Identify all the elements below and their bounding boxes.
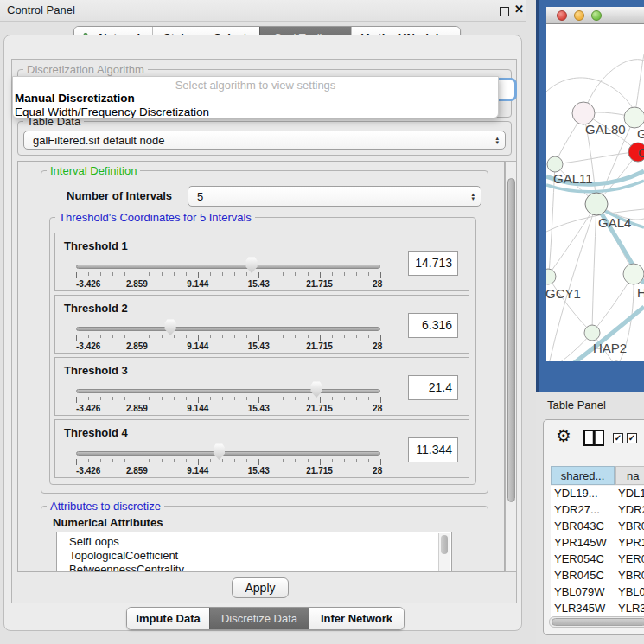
table-horizontal-scrollbar[interactable]	[549, 616, 644, 628]
table-panel-title: Table Panel	[547, 399, 606, 411]
table-row[interactable]: YBR045CYBR0	[551, 568, 644, 584]
minimize-traffic-light-icon[interactable]	[574, 10, 584, 21]
table-row[interactable]: YDL19...YDL1	[551, 486, 644, 502]
slider-major-ticks	[76, 272, 381, 278]
panel-title: Control Panel	[7, 3, 75, 16]
threshold-3-value-field[interactable]: 21.4	[408, 375, 458, 400]
control-panel-titlebar	[0, 0, 526, 22]
list-scrollbar[interactable]	[438, 533, 450, 572]
threshold-4-slider-thumb[interactable]	[212, 443, 226, 460]
tab-impute-data[interactable]: Impute Data	[127, 608, 209, 629]
tick-label: 9.144	[187, 404, 208, 413]
threshold-1-slider[interactable]	[76, 265, 380, 269]
tick-label: 15.43	[248, 279, 270, 289]
threshold-1-value-field[interactable]: 14.713	[408, 251, 458, 276]
float-window-icon[interactable]	[500, 7, 509, 16]
combo-stepper-icon: ▴▾	[495, 136, 505, 144]
dropdown-prompt: Select algorithm to view settings	[13, 79, 498, 92]
list-item-topologicalcoefficient[interactable]: TopologicalCoefficient	[69, 549, 178, 562]
threshold-4-slider[interactable]	[76, 451, 380, 456]
node-right-mid[interactable]	[623, 264, 644, 284]
threshold-2-slider[interactable]	[76, 327, 380, 331]
table-data-group: Table Data galFiltered.sif default node …	[17, 121, 512, 156]
node-topright[interactable]	[624, 107, 644, 128]
gear-icon[interactable]: ⚙	[556, 427, 571, 444]
check-glyph: ✓	[615, 433, 622, 443]
list-item-selfloops[interactable]: SelfLoops	[69, 535, 119, 548]
table-row[interactable]: YPR145WYPR1	[551, 535, 644, 552]
network-window-titlebar[interactable]	[546, 7, 644, 24]
split-columns-icon[interactable]	[583, 430, 604, 446]
slider-major-ticks	[76, 459, 381, 465]
node-gal4[interactable]	[585, 193, 608, 215]
list-item-betweennesscentrality[interactable]: BetweennessCentrality	[69, 563, 184, 572]
tick-label: 15.43	[248, 466, 270, 475]
tab-infer-network-label: Infer Network	[321, 612, 392, 625]
table-row[interactable]: YBL079WYBL0	[551, 584, 644, 601]
apply-button[interactable]: Apply	[232, 577, 289, 598]
settings-scroll-viewport: Interval Definition Number of Intervals …	[17, 161, 505, 572]
list-scrollbar-thumb[interactable]	[441, 535, 448, 554]
close-icon[interactable]: ✕	[514, 3, 524, 16]
app-root: Control Panel ✕ Network Style Select C	[0, 0, 644, 644]
tick-label: 9.144	[187, 279, 208, 289]
dropdown-option-equal-width[interactable]: Equal Width/Frequency Discretization	[15, 105, 209, 118]
tick-label: 9.144	[187, 466, 208, 475]
node-label-gal80: GAL80	[585, 122, 626, 137]
table-data-value: galFiltered.sif default node	[33, 134, 164, 147]
threshold-1-slider-thumb[interactable]	[245, 257, 258, 273]
slider-tick-labels: -3.4262.8599.14415.4321.71528	[76, 466, 380, 476]
tick-label: 21.715	[306, 279, 333, 289]
dropdown-option-manual[interactable]: Manual Discretization	[15, 92, 135, 105]
tick-label: 21.715	[306, 466, 333, 475]
tick-label: -3.426	[76, 279, 100, 289]
tick-label: 28	[373, 404, 382, 413]
close-traffic-light-icon[interactable]	[557, 10, 567, 21]
threshold-3-slider-thumb[interactable]	[309, 381, 323, 398]
checkbox-icon[interactable]: ✓	[613, 433, 623, 443]
number-of-intervals-value: 5	[197, 190, 203, 203]
tick-label: 2.859	[126, 341, 148, 351]
node-table: YDL19...YDL1 YDR27...YDR2 YBR043CYBR0 YP…	[551, 486, 644, 617]
tick-label: -3.426	[76, 404, 100, 413]
table-row[interactable]: YDR27...YDR2	[551, 502, 644, 519]
tab-infer-network[interactable]: Infer Network	[309, 608, 404, 629]
numerical-attributes-label: Numerical Attributes	[53, 516, 163, 529]
algorithm-dropdown-popup: Select algorithm to view settings Manual…	[12, 76, 499, 118]
settings-scrollbar[interactable]	[505, 161, 517, 572]
tick-label: 21.715	[306, 404, 333, 413]
node-label-gal11: GAL11	[553, 171, 593, 186]
table-horizontal-scrollbar-thumb[interactable]	[552, 618, 644, 626]
number-of-intervals-combobox[interactable]: 5 ▴▾	[188, 186, 481, 207]
node-label-gcy1: GCY1	[545, 286, 581, 301]
column-header-shared-name[interactable]: shared...	[551, 466, 615, 485]
table-row[interactable]: YER054CYER0	[551, 552, 644, 568]
panel-divider[interactable]	[526, 0, 536, 644]
tick-label: 28	[373, 279, 382, 289]
node-gal11[interactable]	[547, 156, 563, 172]
tick-label: 28	[373, 466, 382, 475]
algorithm-group-title: Discretization Algorithm	[23, 63, 148, 76]
settings-scrollbar-thumb[interactable]	[507, 178, 515, 502]
network-canvas[interactable]	[546, 24, 644, 361]
threshold-2-slider-thumb[interactable]	[163, 319, 177, 335]
slider-tick-labels: -3.4262.8599.14415.4321.71528	[76, 341, 380, 352]
threshold-3-box: Threshold 3 -3.4262.8599.14415.4321.7152…	[54, 357, 469, 416]
threshold-3-slider[interactable]	[76, 389, 380, 393]
column-header-name[interactable]: na	[615, 466, 644, 485]
threshold-4-box: Threshold 4 -3.4262.8599.14415.4321.7152…	[54, 419, 469, 478]
node-label-gal4: GAL4	[598, 215, 631, 230]
threshold-2-value-field[interactable]: 6.316	[408, 313, 458, 338]
table-panel-card: ⚙ ✓ ✓ shared... na YDL19...YDL1 YDR27...…	[543, 419, 644, 635]
tick-label: 28	[373, 341, 382, 351]
checkbox-icon[interactable]: ✓	[627, 433, 637, 443]
node-label-g: G	[637, 126, 644, 141]
table-row[interactable]: YBR043CYBR0	[551, 519, 644, 535]
slider-major-ticks	[76, 335, 381, 341]
tab-discretize-data[interactable]: Discretize Data	[209, 608, 309, 629]
threshold-4-value-field[interactable]: 11.344	[408, 437, 458, 462]
node-hap2[interactable]	[584, 325, 600, 341]
table-data-combobox[interactable]: galFiltered.sif default node ▴▾	[23, 131, 506, 150]
zoom-traffic-light-icon[interactable]	[591, 10, 602, 21]
node-gcy1[interactable]	[546, 269, 556, 284]
